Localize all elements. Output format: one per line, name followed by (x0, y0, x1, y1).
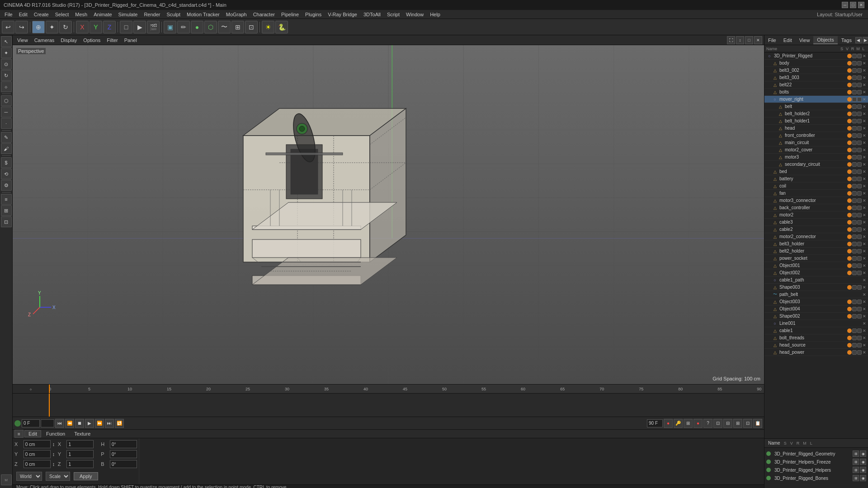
tool-rotate[interactable]: ↻ (59, 21, 72, 33)
left-tool-select[interactable]: ↖ (1, 36, 12, 47)
obj-tag-x[interactable]: ✕ (863, 213, 866, 217)
coord-p[interactable] (110, 450, 137, 458)
btn-extra5[interactable]: ⊟ (723, 419, 732, 428)
obj-tag-x[interactable]: ✕ (863, 314, 866, 319)
btn-extra7[interactable]: ⊡ (743, 419, 752, 428)
tool-python[interactable]: 🐍 (275, 21, 288, 33)
obj-tag-x[interactable]: ✕ (863, 321, 866, 326)
tool-add[interactable]: ● (191, 21, 203, 33)
obj-tag-x[interactable]: ✕ (863, 97, 866, 102)
list-item[interactable]: △ bed ✕ (764, 168, 868, 175)
menu-character[interactable]: Character (250, 11, 278, 18)
list-item[interactable]: ○ mover_right ✕ (764, 96, 868, 103)
left-tool-snap[interactable]: ⟲ (1, 169, 12, 179)
obj-tag-x[interactable]: ✕ (863, 292, 866, 297)
coord-y-pos[interactable] (24, 450, 51, 458)
obj-tag-x[interactable]: ✕ (863, 141, 866, 145)
menu-simulate[interactable]: Simulate (116, 11, 141, 18)
right-tab-file[interactable]: File (764, 37, 780, 44)
timeline-playhead[interactable] (49, 394, 50, 417)
list-item[interactable]: △ motor2 ✕ (764, 211, 868, 219)
tool-object-mode[interactable]: □ (120, 21, 132, 33)
menu-sculpt[interactable]: Sculpt (164, 11, 183, 18)
list-item[interactable]: 3D_Printer_Rigged_Helpers ⊞ ◉ (766, 466, 866, 474)
btn-extra3[interactable]: ? (703, 419, 712, 428)
left-tool-settings[interactable]: ⚙ (1, 180, 12, 191)
tab-texture[interactable]: Texture (70, 430, 94, 437)
left-tool-frame[interactable]: ⊡ (1, 216, 12, 227)
list-item[interactable]: △ head_source ✕ (764, 342, 868, 349)
list-item[interactable]: △ belt ✕ (764, 103, 868, 110)
scale-dropdown[interactable]: Scale (46, 472, 70, 481)
menu-vray[interactable]: V-Ray Bridge (325, 11, 360, 18)
bottom-panel-icon[interactable]: ≡ (14, 430, 24, 438)
list-item[interactable]: 〜 path_belt ✕ (764, 291, 868, 298)
obj-tag-x[interactable]: ✕ (863, 343, 866, 347)
list-item[interactable]: △ motor2_cover ✕ (764, 146, 868, 154)
apply-button[interactable]: Apply (74, 472, 98, 480)
tool-scale[interactable]: ✦ (46, 21, 58, 33)
obj-tag-x[interactable]: ✕ (863, 104, 866, 109)
right-tab-view[interactable]: View (796, 37, 814, 44)
obj-tag-x[interactable]: ✕ (863, 191, 866, 196)
list-item[interactable]: ○ 3D_Printer_Rigged ✕ (764, 52, 868, 60)
left-tool-scale2[interactable]: ⊙ (1, 59, 12, 70)
tool-render2[interactable]: 🎬 (147, 21, 160, 33)
obj-tag-x[interactable]: ✕ (863, 75, 866, 80)
obj-tag-x[interactable]: ✕ (863, 133, 866, 138)
left-tool-grid2[interactable]: ⊞ (1, 205, 12, 216)
obj-tag-x[interactable]: ✕ (863, 220, 866, 225)
menu-edit[interactable]: Edit (16, 11, 30, 18)
obj-tag-x[interactable]: ✕ (863, 83, 866, 87)
vp-menu-cameras[interactable]: Cameras (32, 37, 57, 43)
obj-tag-x[interactable]: ✕ (863, 119, 866, 123)
tool-redo[interactable]: ↪ (15, 21, 28, 33)
tool-render[interactable]: ▶ (133, 21, 146, 33)
frame-field-2[interactable] (41, 419, 54, 427)
menu-select[interactable]: Select (52, 11, 72, 18)
obj-tag-x[interactable]: ✕ (863, 90, 866, 94)
list-item[interactable]: △ cable3 ✕ (764, 219, 868, 226)
menu-create[interactable]: Create (31, 11, 52, 18)
obj-tag-x[interactable]: ✕ (863, 328, 866, 333)
menu-mograph[interactable]: MoGraph (223, 11, 250, 18)
list-item[interactable]: △ main_circuit ✕ (764, 139, 868, 146)
menu-render[interactable]: Render (141, 11, 163, 18)
menu-script[interactable]: Script (384, 11, 402, 18)
attr-icon-tag[interactable]: ⊞ (853, 459, 859, 465)
list-item[interactable]: △ Object002 ✕ (764, 269, 868, 277)
vp-menu-panel[interactable]: Panel (122, 37, 140, 43)
list-item[interactable]: △ motor3_connector ✕ (764, 197, 868, 204)
coord-h[interactable] (110, 440, 137, 448)
play-next[interactable]: ⏩ (95, 419, 104, 428)
vp-menu-view[interactable]: View (14, 37, 31, 43)
obj-tag-x[interactable]: ✕ (863, 307, 866, 311)
right-panel-btn-2[interactable]: ▶ (863, 37, 868, 43)
btn-extra1[interactable]: ⊞ (684, 419, 693, 428)
btn-extra2[interactable]: ● (693, 419, 703, 428)
play-loop[interactable]: 🔁 (115, 419, 124, 428)
obj-tag-x[interactable]: ✕ (863, 285, 866, 290)
coord-y-scale[interactable] (66, 450, 94, 458)
obj-tag-x[interactable]: ✕ (863, 61, 866, 66)
obj-tag-x[interactable]: ✕ (863, 242, 866, 246)
tool-array[interactable]: ⊞ (231, 21, 244, 33)
list-item[interactable]: △ battery ✕ (764, 175, 868, 183)
list-item[interactable]: △ motor2_connector ✕ (764, 233, 868, 240)
left-tool-grid[interactable]: ≡ (1, 194, 12, 205)
attr-icon-tag[interactable]: ⊞ (853, 475, 859, 481)
list-item[interactable]: △ coil ✕ (764, 183, 868, 190)
obj-tag-x[interactable]: ✕ (863, 350, 866, 355)
btn-extra4[interactable]: ⊡ (713, 419, 722, 428)
window-controls[interactable]: ─ □ ✕ (842, 2, 864, 8)
list-item[interactable]: △ Object003 ✕ (764, 298, 868, 305)
list-item[interactable]: △ belt3_002 ✕ (764, 67, 868, 74)
vp-menu-options[interactable]: Options (80, 37, 103, 43)
viewport[interactable]: X Y Z Perspective Grid Spacing: 100 cm (13, 45, 764, 384)
coord-z-scale[interactable] (66, 460, 94, 468)
right-tab-objects[interactable]: Objects (813, 36, 837, 44)
left-tool-move[interactable]: ✦ (1, 47, 12, 58)
tool-cube[interactable]: ▣ (164, 21, 176, 33)
obj-tag-x[interactable]: ✕ (863, 177, 866, 181)
vp-menu-display[interactable]: Display (58, 37, 80, 43)
